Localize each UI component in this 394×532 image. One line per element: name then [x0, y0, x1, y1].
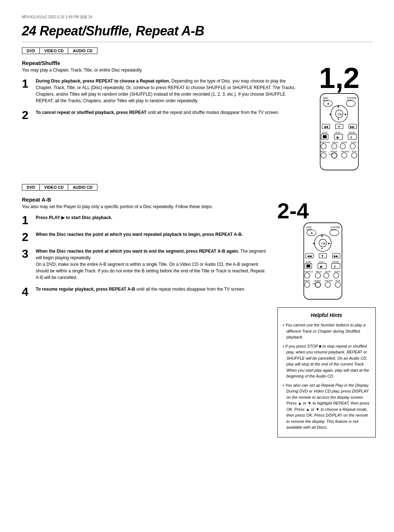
step-1-2: 2 To cancel repeat or shuffled playback,… [22, 109, 299, 121]
step-content-2-2: When the Disc reaches the point at which… [36, 231, 243, 243]
step-bold-2-3: When the Disc reaches the point at which… [36, 249, 239, 254]
large-step-label-1: 1,2 [319, 64, 359, 93]
step-number-2-1: 1 [22, 214, 32, 226]
repeat-ab-section: DVD VIDEO CD AUDIO CD [22, 184, 372, 191]
svg-text:◀◀: ◀◀ [307, 254, 312, 258]
step-number-2-2: 2 [22, 231, 32, 243]
badge-dvd-1: DVD [22, 47, 40, 54]
large-label-text-2: 2-4 [277, 199, 309, 223]
section2-text-col: Repeat A-B You also may set the Player t… [22, 196, 266, 437]
svg-text:ANGLE: ANGLE [316, 271, 322, 273]
svg-text:STOP: STOP [306, 261, 311, 263]
page-title: 24 Repeat/Shuffle, Repeat A-B [22, 23, 372, 39]
svg-text:AUDIO: AUDIO [351, 141, 357, 143]
svg-point-92 [325, 282, 331, 287]
step-bold-2-2: When the Disc reaches the point at which… [36, 232, 243, 237]
svg-text:AUDIO: AUDIO [334, 271, 340, 273]
step-bold-1-2: To cancel repeat or shuffled playback, p… [36, 110, 147, 115]
helpful-hints-title: Helpful Hints [283, 311, 370, 319]
step-number-2-3: 3 [22, 248, 32, 281]
header-meta: MDV421/411v2 2002.5.16 1:49 PM 頁面 24 [22, 15, 372, 20]
svg-text:▲: ▲ [310, 231, 313, 234]
step-number-2-4: 4 [22, 286, 32, 298]
format-badges-1: DVD VIDEO CD AUDIO CD [22, 47, 372, 54]
remote-image-1: DISC SYSTEM MENU MENU ▲ OK ◀ ▶ ▼ [314, 93, 365, 173]
svg-point-82 [315, 273, 321, 278]
svg-text:REPEAT: REPEAT [304, 280, 310, 282]
svg-text:PREVIEW: PREVIEW [325, 280, 333, 282]
svg-text:PAUSE: PAUSE [349, 131, 355, 134]
svg-text:SUBTITLE: SUBTITLE [304, 271, 313, 273]
svg-rect-72 [306, 264, 310, 267]
step-content-2-1: Press PLAY ▶ to start Disc playback. [36, 214, 112, 226]
svg-text:SUBTITLE: SUBTITLE [321, 141, 330, 143]
svg-text:▼: ▼ [321, 247, 323, 250]
step-2-1: 1 Press PLAY ▶ to start Disc playback. [22, 214, 266, 226]
svg-text:▶: ▶ [328, 242, 331, 245]
svg-text:OK: OK [321, 242, 326, 245]
svg-text:ANGLE: ANGLE [332, 141, 339, 143]
svg-point-46 [352, 153, 357, 158]
svg-text:◀◀: ◀◀ [324, 125, 328, 129]
svg-text:▶: ▶ [345, 112, 347, 116]
hint-item-3: You also can set up Repeat Play in the D… [283, 382, 370, 430]
svg-point-43 [321, 153, 327, 158]
svg-point-35 [332, 143, 337, 149]
section2-desc: You also may set the Player to play only… [22, 204, 266, 209]
svg-text:PAUSE: PAUSE [332, 261, 339, 263]
helpful-hints-box: Helpful Hints You cannot use the Number … [277, 307, 376, 437]
svg-text:ZOOM: ZOOM [341, 141, 347, 143]
svg-text:▶: ▶ [337, 135, 339, 139]
badge-videocd-1: VIDEO CD [40, 47, 68, 54]
section1-desc: You may play a Chapter, Track, Title, or… [22, 68, 299, 73]
svg-point-45 [341, 153, 347, 158]
svg-text:SYSTEM: SYSTEM [347, 97, 356, 99]
step-bold-1-1: During Disc playback, press REPEAT to ch… [36, 79, 170, 84]
step-number-1-1: 1 [22, 78, 32, 104]
svg-text:▶: ▶ [320, 264, 323, 268]
svg-text:⏸: ⏸ [349, 135, 352, 139]
section-divider-line [22, 42, 372, 42]
hint-item-1: You cannot use the Number buttons to pla… [283, 322, 370, 340]
step-text-2-4: until all the repeat modes disappear fro… [135, 287, 246, 292]
section1-text-col: Repeat/Shuffle You may play a Chapter, T… [22, 60, 299, 173]
step-content-2-4: To resume regular playback, press REPEAT… [36, 286, 245, 298]
step-content-1-2: To cancel repeat or shuffled playback, p… [36, 109, 279, 121]
badge-audiocd-1: AUDIO CD [68, 47, 97, 54]
svg-point-83 [324, 273, 329, 278]
section1-content: Repeat/Shuffle You may play a Chapter, T… [22, 60, 372, 173]
svg-point-34 [321, 143, 327, 149]
svg-text:SYSTEM: SYSTEM [331, 226, 340, 229]
badge-videocd-2: VIDEO CD [40, 184, 68, 191]
section2-title: Repeat A-B [22, 196, 266, 203]
step-number-1-2: 2 [22, 109, 32, 121]
step-bold-2-4: To resume regular playback, press REPEAT… [36, 287, 135, 292]
step-text-1-2: until all the repeat and shuffle modes d… [147, 110, 279, 115]
svg-text:REPEAT: REPEAT [314, 280, 321, 282]
step-2-2: 2 When the Disc reaches the point at whi… [22, 231, 266, 243]
svg-point-37 [350, 143, 355, 149]
remote-col-1: 1,2 DISC SYSTEM MENU MENU ▲ [306, 60, 372, 173]
svg-point-90 [305, 282, 310, 287]
svg-text:▶▶: ▶▶ [334, 254, 339, 258]
step-content-1-1: During Disc playback, press REPEAT to ch… [36, 78, 299, 104]
svg-text:STOP: STOP [322, 131, 328, 134]
svg-point-91 [315, 282, 321, 287]
svg-text:REPEAT: REPEAT [331, 151, 337, 153]
bottom-right-col: 2-4 DISC SYSTEM MENU MENU ▲ OK ◀ ▶ ▼ ◀ ◀… [274, 196, 372, 437]
svg-text:MUTE: MUTE [336, 280, 340, 282]
svg-text:PREVIEW: PREVIEW [341, 151, 349, 153]
step-2-3: 3 When the Disc reaches the point at whi… [22, 248, 266, 281]
step-2-4: 4 To resume regular playback, press REPE… [22, 286, 266, 298]
svg-point-81 [305, 273, 310, 278]
helpful-hints-list: You cannot use the Number buttons to pla… [283, 322, 370, 430]
badge-dvd-2: DVD [22, 184, 40, 191]
section1-title: Repeat/Shuffle [22, 60, 299, 66]
hint-item-2: If you press STOP ■ to stop repeat or sh… [283, 343, 370, 379]
step-content-2-3: When the Disc reaches the point at which… [36, 248, 266, 281]
step-bold-2-1: Press PLAY ▶ to start Disc playback. [36, 215, 112, 220]
large-step-label-2: 2-4 [277, 200, 309, 222]
svg-point-93 [335, 282, 341, 287]
svg-text:▼: ▼ [337, 125, 340, 129]
svg-rect-25 [323, 135, 327, 138]
